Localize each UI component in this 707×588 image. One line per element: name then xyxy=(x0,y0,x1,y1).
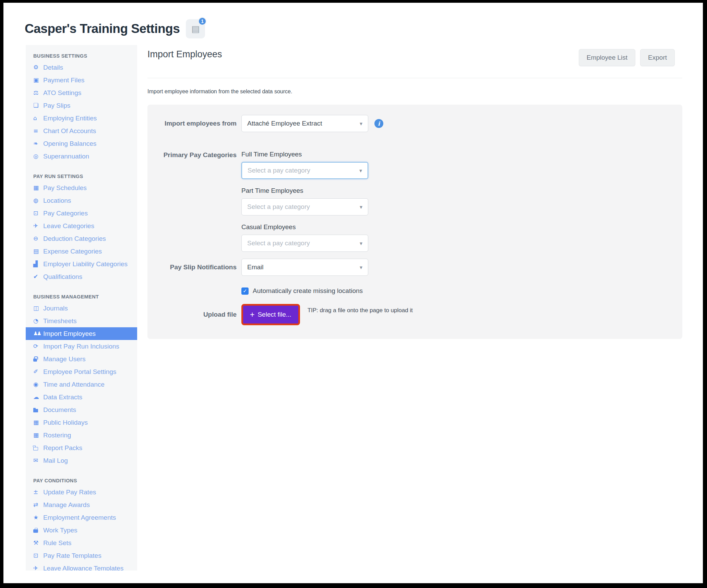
gavel-icon: ⚒ xyxy=(33,540,43,546)
part-time-pay-category-select[interactable]: Select a pay category ▾ xyxy=(241,198,368,215)
info-icon[interactable]: i xyxy=(374,119,383,128)
notes-widget-button[interactable]: ▤ 1 xyxy=(186,19,205,38)
sidebar-item-label: Report Packs xyxy=(43,444,82,452)
sidebar-item-pay-slips[interactable]: ❏Pay Slips xyxy=(26,99,137,112)
sidebar-item-superannuation[interactable]: ◎Superannuation xyxy=(26,150,137,163)
sidebar-item-leave-categories[interactable]: ✈Leave Categories xyxy=(26,220,137,232)
main-content: Import Employees Employee List Export Im… xyxy=(147,45,682,339)
sidebar-item-opening-balances[interactable]: ❧Opening Balances xyxy=(26,137,137,150)
columns-icon: ◫ xyxy=(33,305,43,311)
chevron-down-icon: ▾ xyxy=(359,167,362,174)
sidebar-item-employment-agreements[interactable]: ★Employment Agreements xyxy=(26,511,137,524)
sidebar-item-payment-files[interactable]: ▣Payment Files xyxy=(26,74,137,86)
select-file-button[interactable]: + Select file... xyxy=(241,304,300,325)
sidebar-item-label: Qualifications xyxy=(43,273,82,281)
sidebar-item-pay-schedules[interactable]: ▦Pay Schedules xyxy=(26,181,137,194)
sidebar-item-details[interactable]: ⚙Details xyxy=(26,61,137,74)
sidebar-item-import-employees[interactable]: ♟♟Import Employees xyxy=(26,327,137,340)
sidebar-item-label: Work Types xyxy=(43,527,77,534)
sidebar-item-label: Payment Files xyxy=(43,77,84,84)
sidebar-item-deduction-categories[interactable]: ⊖Deduction Categories xyxy=(26,232,137,245)
sidebar-item-documents[interactable]: Documents xyxy=(26,403,137,416)
sidebar-item-label: Opening Balances xyxy=(43,140,96,148)
sidebar-item-employee-portal-settings[interactable]: ✐Employee Portal Settings xyxy=(26,365,137,378)
app-page: Casper's Training Settings ▤ 1 BUSINESS … xyxy=(3,3,703,583)
sidebar-item-mail-log[interactable]: ✉Mail Log xyxy=(26,454,137,467)
cloud-icon: ☁ xyxy=(33,394,43,400)
sidebar-item-import-pay-run-inclusions[interactable]: ⟳Import Pay Run Inclusions xyxy=(26,340,137,353)
page-description: Import employee information from the sel… xyxy=(147,89,682,95)
floppy-icon: ▣ xyxy=(33,77,43,83)
chevron-down-icon: ▾ xyxy=(360,120,362,127)
auto-create-locations-checkbox[interactable]: ✓ xyxy=(241,287,249,295)
pay-category-group-full-time: Full Time Employees Select a pay categor… xyxy=(241,151,368,179)
sidebar-item-update-pay-rates[interactable]: ±Update Pay Rates xyxy=(26,486,137,498)
notification-badge: 1 xyxy=(198,17,206,25)
sidebar-item-ato-settings[interactable]: ⚖ATO Settings xyxy=(26,86,137,99)
header-divider xyxy=(147,78,682,78)
sidebar-item-chart-of-accounts[interactable]: ≡Chart Of Accounts xyxy=(26,125,137,137)
sidebar-item-manage-awards[interactable]: ⇄Manage Awards xyxy=(26,498,137,511)
sidebar-item-public-holidays[interactable]: ▦Public Holidays xyxy=(26,416,137,429)
sidebar-item-label: Journals xyxy=(43,305,68,312)
sidebar-item-label: Pay Schedules xyxy=(43,184,87,192)
sidebar-item-label: Time and Attendance xyxy=(43,381,105,388)
pay-slip-notifications-label: Pay Slip Notifications xyxy=(147,263,241,271)
pay-slip-notifications-value: Email xyxy=(247,263,360,271)
list-icon: ≡ xyxy=(33,128,43,134)
sidebar-item-label: Employee Portal Settings xyxy=(43,368,116,376)
sidebar-item-time-and-attendance[interactable]: ◉Time and Attendance xyxy=(26,378,137,391)
sidebar-item-pay-categories[interactable]: ⊡Pay Categories xyxy=(26,207,137,220)
casual-pay-category-select[interactable]: Select a pay category ▾ xyxy=(241,235,368,252)
banknote-icon: ⊡ xyxy=(33,210,43,216)
employee-list-button[interactable]: Employee List xyxy=(579,49,635,66)
sidebar-item-data-extracts[interactable]: ☁Data Extracts xyxy=(26,391,137,403)
sidebar-item-manage-users[interactable]: Manage Users xyxy=(26,353,137,365)
chevron-down-icon: ▾ xyxy=(360,240,362,247)
upload-file-label: Upload file xyxy=(147,311,241,318)
pay-slip-notifications-select[interactable]: Email ▾ xyxy=(241,259,368,276)
people-icon: ♟♟ xyxy=(33,331,43,336)
sidebar-item-locations[interactable]: ◍Locations xyxy=(26,194,137,207)
folder-icon xyxy=(33,408,43,412)
sidebar-item-pay-rate-templates[interactable]: ⊡Pay Rate Templates xyxy=(26,549,137,562)
part-time-label: Part Time Employees xyxy=(241,187,368,195)
sidebar-item-timesheets[interactable]: ◔Timesheets xyxy=(26,315,137,327)
sidebar-item-work-types[interactable]: Work Types xyxy=(26,524,137,537)
sidebar-item-qualifications[interactable]: ✔Qualifications xyxy=(26,270,137,283)
sidebar-item-employing-entities[interactable]: ⌂Employing Entities xyxy=(26,112,137,125)
briefcase-icon xyxy=(33,528,43,533)
sidebar-item-label: Import Employees xyxy=(43,330,96,338)
sidebar-item-label: ATO Settings xyxy=(43,89,81,97)
casual-label: Casual Employees xyxy=(241,223,368,231)
sidebar-item-expense-categories[interactable]: ▤Expense Categories xyxy=(26,245,137,258)
full-time-pay-category-select[interactable]: Select a pay category ▾ xyxy=(241,162,368,179)
sidebar-item-leave-allowance-templates[interactable]: ✈Leave Allowance Templates xyxy=(26,562,137,571)
sidebar-item-label: Employing Entities xyxy=(43,115,97,122)
note-icon: ▤ xyxy=(191,24,200,33)
import-form-panel: Import employees from Attaché Employee E… xyxy=(147,105,682,339)
sidebar-item-report-packs[interactable]: Report Packs xyxy=(26,442,137,454)
folder-outline-icon xyxy=(33,446,43,450)
person-clock-icon: ◉ xyxy=(33,381,43,387)
sidebar-item-rostering[interactable]: ▦Rostering xyxy=(26,429,137,442)
leaf-icon: ❧ xyxy=(33,141,43,146)
sidebar-item-label: Pay Slips xyxy=(43,102,70,109)
sidebar-item-journals[interactable]: ◫Journals xyxy=(26,302,137,315)
sidebar-item-label: Expense Categories xyxy=(43,248,102,255)
sidebar-item-employer-liability-categories[interactable]: ▟Employer Liability Categories xyxy=(26,258,137,270)
import-source-label: Import employees from xyxy=(147,120,241,127)
check-icon: ✔ xyxy=(33,274,43,280)
export-button[interactable]: Export xyxy=(640,49,675,66)
pay-category-group-part-time: Part Time Employees Select a pay categor… xyxy=(241,187,368,215)
chevron-down-icon: ▾ xyxy=(360,264,362,271)
import-source-select[interactable]: Attaché Employee Extract ▾ xyxy=(241,115,368,132)
sidebar-item-label: Data Extracts xyxy=(43,393,82,401)
box-icon: ▤ xyxy=(33,248,43,254)
primary-pay-categories-row: Primary Pay Categories Full Time Employe… xyxy=(147,151,682,252)
sidebar-item-rule-sets[interactable]: ⚒Rule Sets xyxy=(26,537,137,549)
gear-icon: ⚙ xyxy=(33,64,43,70)
sidebar-item-label: Rostering xyxy=(43,432,71,439)
plus-icon: + xyxy=(250,311,254,319)
sidebar-section-heading: PAY RUN SETTINGS xyxy=(26,173,137,180)
